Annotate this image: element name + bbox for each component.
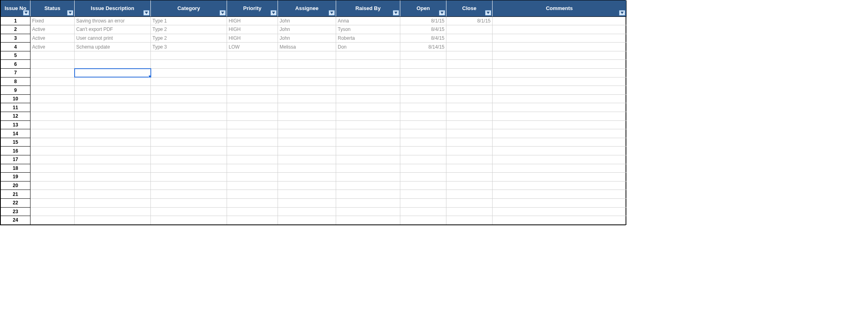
cell-no[interactable]: 8: [1, 77, 30, 86]
filter-raised-by[interactable]: [393, 10, 399, 16]
cell-description[interactable]: [75, 103, 151, 112]
cell-close[interactable]: [446, 155, 493, 164]
cell-no[interactable]: 16: [1, 147, 30, 155]
cell-assignee[interactable]: [278, 77, 336, 86]
cell-open[interactable]: 8/1/15: [400, 16, 446, 25]
cell-no[interactable]: 13: [1, 120, 30, 129]
cell-assignee[interactable]: [278, 173, 336, 181]
cell-comments[interactable]: [493, 69, 627, 77]
cell-status[interactable]: [30, 190, 75, 199]
cell-comments[interactable]: [493, 181, 627, 190]
cell-no[interactable]: 7: [1, 69, 30, 77]
cell-description[interactable]: [75, 164, 151, 173]
cell-assignee[interactable]: [278, 155, 336, 164]
cell-comments[interactable]: [493, 173, 627, 181]
cell-priority[interactable]: [227, 103, 278, 112]
cell-category[interactable]: [151, 86, 227, 95]
cell-category[interactable]: [151, 77, 227, 86]
cell-close[interactable]: [446, 60, 493, 69]
cell-no[interactable]: 23: [1, 207, 30, 216]
cell-open[interactable]: [400, 60, 446, 69]
cell-priority[interactable]: [227, 155, 278, 164]
cell-description[interactable]: [75, 173, 151, 181]
cell-priority[interactable]: [227, 198, 278, 207]
cell-open[interactable]: [400, 190, 446, 199]
cell-category[interactable]: [151, 216, 227, 225]
cell-description[interactable]: [75, 198, 151, 207]
cell-no[interactable]: 18: [1, 164, 30, 173]
cell-category[interactable]: Type 3: [151, 43, 227, 51]
cell-description[interactable]: [75, 60, 151, 69]
cell-status[interactable]: [30, 69, 75, 77]
cell-raised_by[interactable]: Anna: [336, 16, 400, 25]
filter-status[interactable]: [67, 10, 73, 16]
cell-close[interactable]: [446, 181, 493, 190]
cell-status[interactable]: Active: [30, 43, 75, 51]
cell-status[interactable]: [30, 51, 75, 60]
cell-raised_by[interactable]: [336, 51, 400, 60]
cell-close[interactable]: [446, 43, 493, 51]
cell-priority[interactable]: [227, 112, 278, 121]
cell-no[interactable]: 9: [1, 86, 30, 95]
cell-no[interactable]: 20: [1, 181, 30, 190]
cell-description[interactable]: [75, 216, 151, 225]
cell-close[interactable]: [446, 120, 493, 129]
cell-assignee[interactable]: [278, 103, 336, 112]
cell-assignee[interactable]: [278, 129, 336, 138]
cell-description[interactable]: Schema update: [75, 43, 151, 51]
cell-status[interactable]: [30, 103, 75, 112]
cell-close[interactable]: [446, 190, 493, 199]
cell-category[interactable]: [151, 198, 227, 207]
cell-raised_by[interactable]: [336, 173, 400, 181]
cell-description[interactable]: [75, 147, 151, 155]
cell-no[interactable]: 15: [1, 138, 30, 147]
cell-comments[interactable]: [493, 94, 627, 103]
cell-close[interactable]: [446, 112, 493, 121]
cell-open[interactable]: [400, 138, 446, 147]
cell-category[interactable]: [151, 51, 227, 60]
cell-description[interactable]: [75, 155, 151, 164]
cell-description[interactable]: User cannot print: [75, 34, 151, 43]
cell-open[interactable]: [400, 112, 446, 121]
cell-open[interactable]: [400, 198, 446, 207]
cell-close[interactable]: [446, 173, 493, 181]
cell-no[interactable]: 22: [1, 198, 30, 207]
header-priority[interactable]: Priority: [227, 0, 278, 16]
cell-description[interactable]: [75, 51, 151, 60]
cell-priority[interactable]: [227, 94, 278, 103]
cell-raised_by[interactable]: Tyson: [336, 25, 400, 34]
cell-status[interactable]: [30, 138, 75, 147]
cell-no[interactable]: 2: [1, 25, 30, 34]
cell-assignee[interactable]: [278, 69, 336, 77]
cell-comments[interactable]: [493, 120, 627, 129]
filter-description[interactable]: [143, 10, 150, 16]
cell-no[interactable]: 17: [1, 155, 30, 164]
cell-open[interactable]: [400, 181, 446, 190]
cell-open[interactable]: [400, 120, 446, 129]
cell-category[interactable]: [151, 94, 227, 103]
cell-status[interactable]: [30, 164, 75, 173]
cell-description[interactable]: [75, 190, 151, 199]
cell-close[interactable]: [446, 94, 493, 103]
cell-status[interactable]: [30, 147, 75, 155]
cell-open[interactable]: [400, 155, 446, 164]
cell-description[interactable]: [75, 112, 151, 121]
cell-status[interactable]: [30, 216, 75, 225]
cell-close[interactable]: [446, 103, 493, 112]
cell-category[interactable]: [151, 147, 227, 155]
cell-priority[interactable]: [227, 120, 278, 129]
cell-category[interactable]: [151, 120, 227, 129]
cell-category[interactable]: [151, 138, 227, 147]
cell-no[interactable]: 1: [1, 16, 30, 25]
cell-assignee[interactable]: [278, 216, 336, 225]
cell-raised_by[interactable]: [336, 129, 400, 138]
cell-status[interactable]: [30, 77, 75, 86]
cell-status[interactable]: [30, 112, 75, 121]
cell-category[interactable]: Type 2: [151, 25, 227, 34]
cell-priority[interactable]: [227, 60, 278, 69]
cell-assignee[interactable]: [278, 147, 336, 155]
cell-description[interactable]: [75, 207, 151, 216]
cell-raised_by[interactable]: [336, 120, 400, 129]
cell-comments[interactable]: [493, 147, 627, 155]
cell-open[interactable]: [400, 69, 446, 77]
